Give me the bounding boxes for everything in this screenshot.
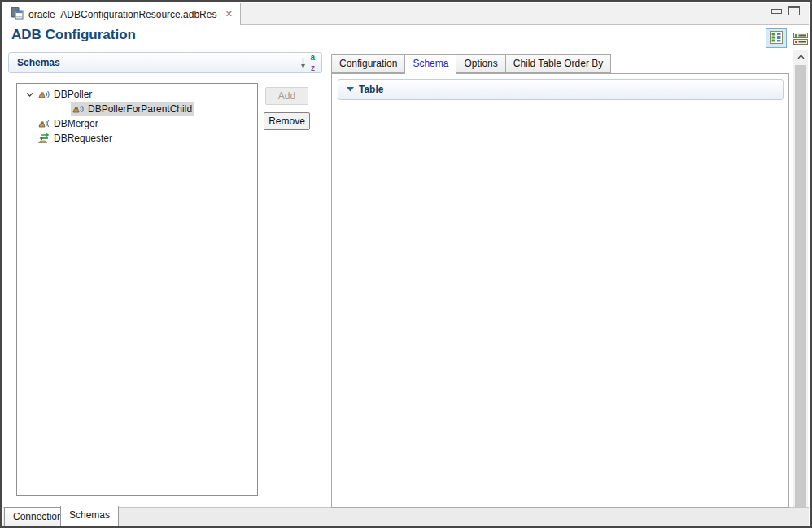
tab-configuration[interactable]: Configuration — [331, 54, 405, 73]
adb-configuration-editor: oracle_ADBConfigurationResource.adbResou… — [0, 0, 812, 528]
tree-item-label: DBRequester — [54, 133, 112, 144]
sort-arrow-icon — [300, 58, 306, 70]
tree-item[interactable]: DBRequester — [17, 131, 257, 146]
source-view-toggle[interactable] — [790, 30, 811, 50]
editor-tab[interactable]: oracle_ADBConfigurationResource.adbResou… — [3, 3, 241, 25]
close-icon[interactable]: ✕ — [225, 9, 233, 20]
tab-schemas[interactable]: Schemas — [60, 506, 119, 527]
tree-item-label: DBPollerForParentChild — [88, 103, 192, 115]
tab-schema[interactable]: Schema — [405, 54, 456, 74]
db-poller-icon — [72, 103, 85, 116]
page-title: ADB Configuration — [11, 27, 136, 43]
scroll-up-icon[interactable] — [793, 50, 808, 63]
table-section-title: Table — [359, 84, 383, 95]
schemas-section-title: Schemas — [17, 57, 60, 68]
form-view-icon — [770, 31, 783, 46]
adb-resource-file-icon — [11, 7, 24, 22]
editor-tab-bar: oracle_ADBConfigurationResource.adbResou… — [3, 3, 809, 25]
remove-button[interactable]: Remove — [264, 112, 310, 130]
list-view-icon — [793, 33, 808, 47]
tree-item[interactable]: DBMerger — [17, 116, 257, 131]
editor-scrollbar-thumb[interactable] — [795, 65, 806, 521]
tree-item-label: DBMerger — [54, 118, 98, 129]
add-button[interactable]: Add — [265, 87, 308, 105]
right-panel-tabs: ConfigurationSchemaOptionsChild Table Or… — [331, 54, 611, 73]
db-merger-icon — [37, 117, 50, 130]
db-poller-icon — [37, 88, 50, 101]
editor-vscrollbar[interactable] — [793, 50, 808, 522]
tree-item-label: DBPoller — [54, 89, 92, 100]
sort-az-button[interactable]: az — [300, 56, 315, 71]
tree-item[interactable]: DBPoller — [17, 87, 257, 102]
section-collapse-icon[interactable] — [347, 87, 354, 92]
schemas-section-header: Schemas az — [8, 52, 322, 73]
db-requester-icon — [37, 132, 50, 145]
schema-tree[interactable]: DBPoller DBPollerForParentChild DBMerger… — [16, 83, 258, 496]
chevron-down-icon[interactable] — [22, 92, 37, 98]
table-section-header[interactable]: Table — [338, 79, 784, 100]
maximize-button[interactable] — [788, 6, 800, 15]
minimize-button[interactable] — [771, 9, 782, 14]
tab-options[interactable]: Options — [456, 54, 505, 73]
page-tab-strip — [3, 507, 809, 528]
editor-tab-title: oracle_ADBConfigurationResource.adbResou… — [28, 9, 217, 20]
schema-tab-page — [331, 73, 789, 508]
tab-child-table-order-by[interactable]: Child Table Order By — [506, 54, 612, 73]
form-view-toggle[interactable] — [766, 28, 787, 48]
tree-item[interactable]: DBPollerForParentChild — [17, 102, 257, 116]
